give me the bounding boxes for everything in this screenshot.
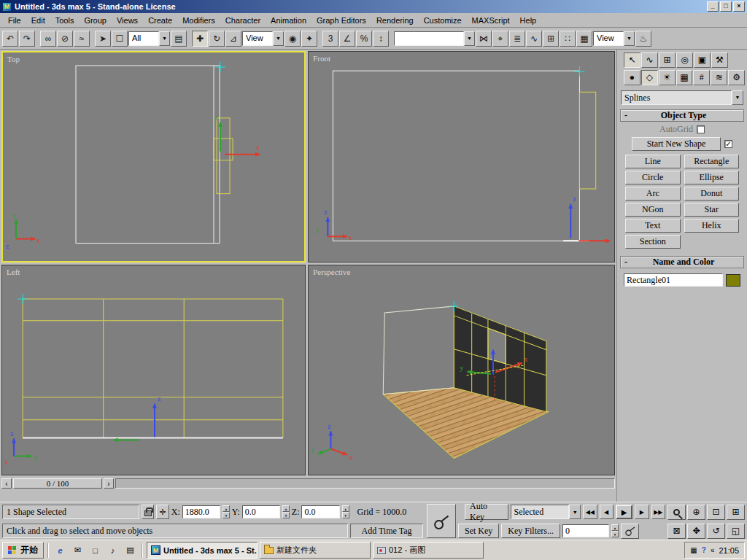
- folders-icon[interactable]: ▤: [123, 542, 138, 558]
- helpers-category-icon[interactable]: #: [693, 70, 710, 85]
- spinner-down-icon[interactable]: ▾: [611, 531, 619, 537]
- named-selection-sets-dropdown[interactable]: ▼: [394, 31, 475, 46]
- menu-animation[interactable]: Animation: [266, 14, 311, 27]
- auto-key-button[interactable]: Auto Key: [465, 504, 508, 520]
- select-by-name-icon[interactable]: ▤: [171, 31, 187, 47]
- maximize-icon[interactable]: □: [720, 1, 732, 12]
- collapse-tray-icon[interactable]: «: [711, 546, 715, 554]
- help-tray-icon[interactable]: ?: [702, 546, 706, 554]
- selection-filter-dropdown[interactable]: All ▼: [128, 31, 170, 46]
- utilities-tab-icon[interactable]: ⚒: [711, 52, 728, 68]
- motion-tab-icon[interactable]: ◎: [676, 52, 693, 68]
- mail-icon[interactable]: ✉: [70, 542, 85, 558]
- reference-coordinate-dropdown[interactable]: View ▼: [242, 31, 284, 46]
- zoom-extents-all-icon[interactable]: ⊞: [727, 505, 745, 520]
- start-new-shape-checkbox[interactable]: ✓: [724, 140, 732, 148]
- unlink-selection-icon[interactable]: ⊘: [57, 31, 73, 47]
- dropdown-arrow-icon[interactable]: ▼: [732, 90, 743, 105]
- object-color-swatch[interactable]: [726, 274, 740, 287]
- front-viewport-canvas[interactable]: Front z z: [309, 52, 614, 262]
- align-icon[interactable]: ⌖: [492, 31, 508, 47]
- mirror-icon[interactable]: ⋈: [476, 31, 492, 47]
- set-keys-button[interactable]: [427, 504, 456, 538]
- task-paint[interactable]: 012 - 画图: [373, 542, 484, 559]
- quick-render-icon[interactable]: ♨: [635, 31, 651, 47]
- select-object-icon[interactable]: ➤: [95, 31, 111, 47]
- next-frame-arrow-icon[interactable]: ›: [104, 478, 114, 489]
- spinner-up-icon[interactable]: ▴: [611, 524, 619, 531]
- selected-room-outline[interactable]: [76, 66, 220, 244]
- dropdown-arrow-icon[interactable]: ▼: [464, 31, 475, 46]
- helix-button[interactable]: Helix: [684, 219, 740, 233]
- move-gizmo[interactable]: z: [570, 195, 610, 241]
- selection-lock-icon[interactable]: [142, 505, 154, 519]
- curve-editor-icon[interactable]: ∿: [526, 31, 542, 47]
- move-gizmo[interactable]: y x: [214, 113, 260, 155]
- layer-manager-icon[interactable]: ≣: [509, 31, 525, 47]
- material-editor-icon[interactable]: ∷: [560, 31, 576, 47]
- set-key-button[interactable]: Set Key: [458, 524, 499, 538]
- x-spinner[interactable]: ▴▾: [222, 505, 230, 518]
- left-viewport-canvas[interactable]: Left z y z: [2, 265, 305, 475]
- min-max-toggle-icon[interactable]: ◱: [727, 524, 745, 539]
- menu-graph-editors[interactable]: Graph Editors: [311, 14, 371, 27]
- select-and-rotate-icon[interactable]: ↻: [209, 31, 225, 47]
- pan-icon[interactable]: ✥: [687, 524, 705, 539]
- play-animation-icon[interactable]: ▶: [616, 505, 632, 519]
- dropdown-arrow-icon[interactable]: ▼: [159, 31, 170, 46]
- schematic-view-icon[interactable]: ⊞: [543, 31, 559, 47]
- start-new-shape-button[interactable]: Start New Shape: [632, 137, 721, 151]
- create-tab-icon[interactable]: ↖: [624, 52, 640, 68]
- menu-tools[interactable]: Tools: [50, 14, 80, 27]
- left-wall-outline[interactable]: [383, 306, 454, 394]
- spacewarps-category-icon[interactable]: ≋: [711, 70, 727, 85]
- select-and-manipulate-icon[interactable]: ✦: [301, 31, 317, 47]
- time-slider-track[interactable]: [115, 478, 615, 489]
- shape-category-dropdown[interactable]: Splines ▼: [621, 90, 743, 105]
- top-viewport-canvas[interactable]: Top y x: [3, 52, 304, 261]
- geometry-category-icon[interactable]: ●: [624, 70, 640, 85]
- task-folder[interactable]: 新建文件夹: [260, 542, 371, 559]
- spinner-up-icon[interactable]: ▴: [342, 505, 349, 512]
- modify-tab-icon[interactable]: ∿: [641, 52, 658, 68]
- next-frame-icon[interactable]: ▶: [635, 505, 649, 519]
- frame-spinner[interactable]: ▴▾: [611, 524, 619, 537]
- render-scene-icon[interactable]: ▦: [576, 31, 592, 47]
- key-filters-button[interactable]: Key Filters...: [501, 524, 560, 538]
- transform-typein-icon[interactable]: ✛: [156, 505, 169, 519]
- text-button[interactable]: Text: [625, 219, 681, 233]
- x-coordinate-field[interactable]: 1880.0: [182, 505, 220, 518]
- show-desktop-icon[interactable]: □: [88, 542, 103, 558]
- track-bar[interactable]: [0, 490, 616, 502]
- object-name-field[interactable]: Rectangle01: [624, 273, 723, 287]
- time-slider-thumb[interactable]: 0 / 100: [13, 478, 102, 489]
- spinner-up-icon[interactable]: ▴: [222, 505, 230, 512]
- arc-button[interactable]: Arc: [625, 187, 681, 201]
- add-time-tag-button[interactable]: Add Time Tag: [350, 524, 423, 538]
- task-3dsmax[interactable]: M Untitled - 3ds max 5 - St...: [147, 542, 258, 559]
- region-zoom-icon[interactable]: ⊠: [667, 524, 686, 539]
- media-player-icon[interactable]: ♪: [105, 542, 120, 558]
- spline-shape[interactable]: [217, 118, 230, 194]
- viewport-label[interactable]: Left: [7, 268, 20, 276]
- donut-button[interactable]: Donut: [684, 187, 740, 201]
- y-spinner[interactable]: ▴▾: [282, 505, 290, 518]
- zoom-icon[interactable]: [667, 505, 686, 520]
- close-icon[interactable]: ×: [733, 1, 745, 12]
- keyboard-layout-icon[interactable]: ▦: [690, 546, 697, 554]
- menu-character[interactable]: Character: [220, 14, 266, 27]
- menu-views[interactable]: Views: [112, 14, 143, 27]
- viewport-top[interactable]: Top y x: [1, 51, 306, 262]
- menu-rendering[interactable]: Rendering: [371, 14, 419, 27]
- spinner-up-icon[interactable]: ▴: [282, 505, 290, 512]
- arc-rotate-icon[interactable]: ↺: [707, 524, 725, 539]
- viewport-label[interactable]: Front: [313, 54, 331, 63]
- star-button[interactable]: Star: [684, 203, 740, 217]
- region-shape-icon[interactable]: ☐: [112, 31, 128, 47]
- menu-help[interactable]: Help: [515, 14, 542, 27]
- internet-explorer-icon[interactable]: e: [53, 542, 68, 558]
- undo-icon[interactable]: ↶: [2, 31, 18, 47]
- spinner-down-icon[interactable]: ▾: [222, 512, 230, 518]
- name-color-rollout-header[interactable]: - Name and Color: [620, 256, 744, 268]
- menu-customize[interactable]: Customize: [419, 14, 467, 27]
